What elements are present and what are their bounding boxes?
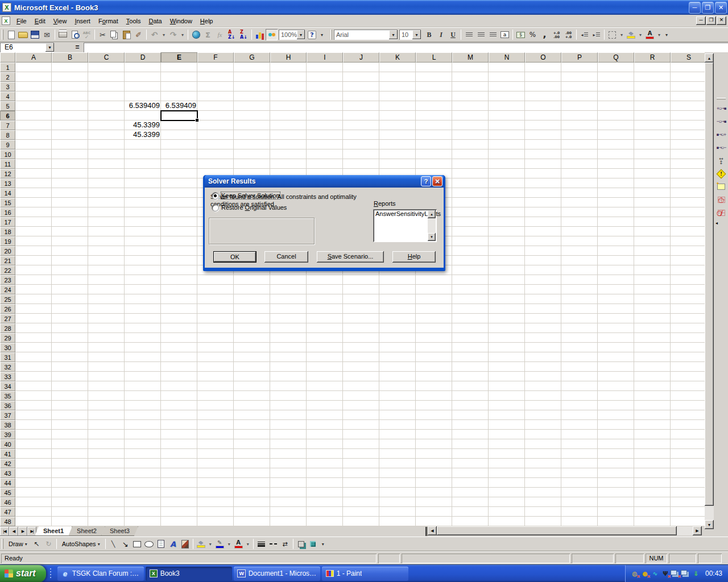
chart-icon[interactable] <box>254 29 266 40</box>
row-header-35[interactable]: 35 <box>0 391 15 401</box>
menu-view[interactable]: View <box>49 16 71 26</box>
report-item-sensitivity[interactable]: Sensitivity <box>396 210 425 217</box>
row-header-5[interactable]: 5 <box>0 101 15 111</box>
inc-decimal-icon[interactable] <box>551 29 562 40</box>
format-painter-icon[interactable] <box>133 29 144 40</box>
column-header-e[interactable]: E <box>161 52 197 63</box>
trace-error-icon[interactable] <box>715 167 727 180</box>
taskbar-task-ie[interactable]: TSGK Clan Forum :: P... <box>57 567 144 581</box>
column-header-a[interactable]: A <box>15 52 52 63</box>
trace-precedents-icon[interactable] <box>715 102 727 115</box>
network-icon[interactable] <box>681 569 690 578</box>
autosum-icon[interactable] <box>202 29 214 40</box>
remove-all-arrows-icon[interactable] <box>715 154 727 167</box>
align-center-icon[interactable] <box>475 29 487 40</box>
font-name-combobox[interactable]: Arial <box>334 30 398 40</box>
arrow-icon[interactable] <box>119 538 131 550</box>
scroll-left-icon[interactable]: ◀ <box>428 526 437 535</box>
save-icon[interactable] <box>29 29 41 40</box>
currency-icon[interactable] <box>515 29 527 40</box>
sort-za-icon[interactable] <box>238 29 250 40</box>
column-header-j[interactable]: J <box>343 52 379 63</box>
arrow-style-icon[interactable] <box>279 538 291 550</box>
menu-help[interactable]: Help <box>196 16 217 26</box>
restore-button[interactable]: ❐ <box>702 2 714 14</box>
row-header-17[interactable]: 17 <box>0 217 15 227</box>
row-header-29[interactable]: 29 <box>0 333 15 343</box>
row-header-18[interactable]: 18 <box>0 227 15 236</box>
row-header-14[interactable]: 14 <box>0 188 15 198</box>
workbook-restore-icon[interactable]: ❐ <box>706 16 716 25</box>
radio-unselected-icon[interactable] <box>212 205 218 211</box>
workbook-minimize-icon[interactable]: ─ <box>696 16 706 25</box>
rotate-icon[interactable] <box>43 538 55 550</box>
cancel-button[interactable]: Cancel <box>264 251 308 263</box>
merge-center-icon[interactable] <box>499 29 511 40</box>
taskbar-task-paint[interactable]: 1 - Paint <box>322 567 408 581</box>
row-header-39[interactable]: 39 <box>0 430 15 439</box>
row-header-4[interactable]: 4 <box>0 92 15 101</box>
cut-icon[interactable] <box>97 29 109 40</box>
network-blocked-icon[interactable] <box>671 569 680 578</box>
row-header-3[interactable]: 3 <box>0 82 15 92</box>
dialog-help-icon[interactable]: ? <box>421 176 431 186</box>
column-header-c[interactable]: C <box>88 52 125 63</box>
scroll-right-icon[interactable]: ▶ <box>693 526 702 535</box>
row-header-20[interactable]: 20 <box>0 246 15 256</box>
line-style-icon[interactable] <box>255 538 267 550</box>
dialog-close-icon[interactable]: ✕ <box>432 176 442 186</box>
column-header-d[interactable]: D <box>125 52 161 63</box>
line-icon[interactable] <box>107 538 119 550</box>
spelling-icon[interactable] <box>81 29 93 40</box>
toolbar-grip[interactable] <box>2 539 3 549</box>
copy-icon[interactable] <box>109 29 121 40</box>
font-color-icon[interactable] <box>644 29 656 40</box>
underline-icon[interactable] <box>447 29 459 40</box>
row-header-48[interactable]: 48 <box>0 517 15 526</box>
row-header-19[interactable]: 19 <box>0 236 15 246</box>
formula-input[interactable] <box>84 43 728 52</box>
collapse-arrow-icon[interactable] <box>715 221 718 226</box>
column-header-m[interactable]: M <box>452 52 489 63</box>
bold-icon[interactable] <box>423 29 435 40</box>
row-header-8[interactable]: 8 <box>0 130 15 140</box>
report-item-answer[interactable]: Answer <box>375 210 396 217</box>
previous-sheet-icon[interactable] <box>9 527 18 536</box>
borders-icon[interactable] <box>606 29 618 40</box>
dec-decimal-icon[interactable] <box>562 29 574 40</box>
chevron-down-icon[interactable] <box>297 30 305 39</box>
undo-icon[interactable] <box>148 29 160 40</box>
row-header-12[interactable]: 12 <box>0 169 15 178</box>
sort-az-icon[interactable] <box>226 29 238 40</box>
globe-blocked-icon[interactable] <box>630 569 639 578</box>
toolbar-grip[interactable] <box>717 98 726 99</box>
column-header-g[interactable]: G <box>234 52 270 63</box>
row-header-27[interactable]: 27 <box>0 314 15 323</box>
row-header-26[interactable]: 26 <box>0 304 15 314</box>
textbox-icon[interactable] <box>155 538 167 550</box>
column-header-r[interactable]: R <box>634 52 671 63</box>
font-size-combobox[interactable]: 10 <box>399 30 421 40</box>
chevron-down-icon[interactable] <box>46 43 54 52</box>
scrollbar-thumb[interactable] <box>437 526 677 535</box>
menu-window[interactable]: Window <box>166 16 196 26</box>
restore-original-values-option[interactable]: Restore Original Values <box>212 204 287 211</box>
italic-icon[interactable] <box>435 29 447 40</box>
column-header-k[interactable]: K <box>379 52 416 63</box>
workbook-close-icon[interactable]: ✕ <box>717 16 726 25</box>
more-icon[interactable] <box>318 29 326 40</box>
select-all-button[interactable] <box>0 52 15 63</box>
next-sheet-icon[interactable] <box>18 527 27 536</box>
sheet-tab-sheet3[interactable]: Sheet3 <box>101 526 138 536</box>
row-header-32[interactable]: 32 <box>0 362 15 372</box>
row-header-47[interactable]: 47 <box>0 507 15 517</box>
scroll-up-icon[interactable]: ▲ <box>428 210 436 218</box>
row-header-7[interactable]: 7 <box>0 120 15 130</box>
print-icon[interactable] <box>57 29 69 40</box>
scroll-down-icon[interactable]: ▼ <box>428 233 436 241</box>
taskbar-task-word[interactable]: Document1 - Microsof... <box>234 567 320 581</box>
row-header-25[interactable]: 25 <box>0 294 15 304</box>
rect-icon[interactable] <box>131 538 143 550</box>
hyperlink-icon[interactable] <box>190 29 202 40</box>
dec-indent-icon[interactable] <box>578 29 590 40</box>
